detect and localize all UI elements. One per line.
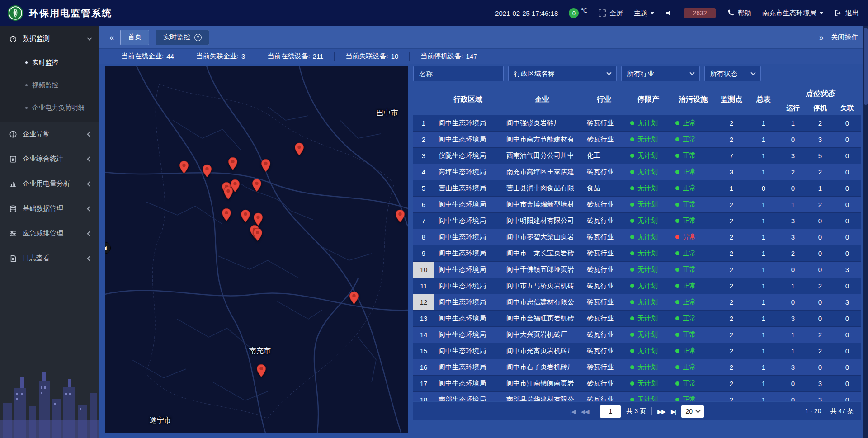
table-row[interactable]: 15 阆中生态环境局 阆中市光富页岩机砖厂 砖瓦行业 无计划 正常 2 1 1 bbox=[413, 343, 861, 359]
page-number-input[interactable] bbox=[600, 405, 621, 418]
table-row[interactable]: 9 阆中生态环境局 阆中市二龙长宝页岩砖 砖瓦行业 无计划 正常 2 1 2 bbox=[413, 245, 861, 261]
chevron-down-icon bbox=[695, 408, 700, 413]
row-number: 11 bbox=[413, 278, 434, 294]
sidebar-item-emergency-reduction[interactable]: 应急减排管理 bbox=[0, 221, 99, 246]
document-icon bbox=[9, 254, 17, 263]
last-page-icon[interactable]: ▶| bbox=[671, 408, 676, 415]
map-pin[interactable] bbox=[253, 212, 263, 226]
stat-value: 10 bbox=[391, 52, 399, 60]
sidebar-item-power-analysis[interactable]: 企业用电量分析 bbox=[0, 171, 99, 196]
chevron-left-icon bbox=[87, 256, 92, 261]
table-row[interactable]: 14 阆中生态环境局 阆中大兴页岩机砖厂 砖瓦行业 无计划 正常 2 1 1 bbox=[413, 326, 861, 343]
map-pin[interactable] bbox=[261, 159, 271, 172]
cell-stopped: 2 bbox=[807, 196, 834, 212]
bullet-icon bbox=[25, 107, 28, 109]
first-page-icon[interactable]: |◀ bbox=[570, 408, 575, 415]
sidebar-item-power-load-detail[interactable]: 企业电力负荷明细 bbox=[0, 96, 99, 119]
region-filter-select[interactable]: 行政区域名称 bbox=[508, 66, 617, 81]
cell-running: 0 bbox=[779, 131, 807, 147]
tab-realtime-monitor[interactable]: 实时监控 × bbox=[156, 30, 209, 45]
table-row[interactable]: 4 高坪生态环境局 南充市高坪区王家店建 砖瓦行业 无计划 正常 3 1 2 bbox=[413, 164, 861, 180]
cell-region: 阆中生态环境局 bbox=[434, 261, 502, 278]
row-number: 1 bbox=[413, 115, 434, 131]
name-filter-input[interactable] bbox=[413, 66, 504, 81]
map-pin[interactable] bbox=[228, 157, 238, 170]
map-pin[interactable] bbox=[252, 179, 262, 192]
cell-meters: 1 bbox=[748, 147, 779, 164]
table-row[interactable]: 18 南部生态环境局 南部县瑞华建材有限公 砖瓦行业 无计划 正常 2 1 0 bbox=[413, 391, 861, 401]
status-dot bbox=[675, 219, 679, 223]
map-pin[interactable] bbox=[223, 186, 233, 200]
cell-industry: 食品 bbox=[582, 180, 626, 196]
scrollbar-thumb[interactable] bbox=[864, 28, 868, 105]
sidebar-item-data-monitor[interactable]: 数据监测 bbox=[0, 26, 99, 51]
table-row[interactable]: 6 阆中生态环境局 阆中市金博瑞新型墙材 砖瓦行业 无计划 正常 2 1 1 bbox=[413, 196, 861, 212]
industry-filter-select[interactable]: 所有行业 bbox=[621, 66, 700, 81]
page-size-select[interactable]: 20 bbox=[681, 405, 704, 418]
stat-item: 当前停机设备: 147 bbox=[409, 52, 488, 61]
table-row[interactable]: 16 阆中生态环境局 阆中市石子页岩机砖厂 砖瓦行业 无计划 正常 2 1 3 bbox=[413, 359, 861, 375]
logout-button[interactable]: 退出 bbox=[834, 9, 859, 18]
next-page-icon[interactable]: ▶▶ bbox=[657, 408, 665, 415]
sidebar-item-log-view[interactable]: 日志查看 bbox=[0, 246, 99, 271]
sidebar-item-enterprise-statistics[interactable]: 企业综合统计 bbox=[0, 146, 99, 171]
table-row[interactable]: 8 阆中生态环境局 阆中市枣碧大梁山页岩 砖瓦行业 无计划 异常 2 1 3 bbox=[413, 229, 861, 245]
cell-meters: 1 bbox=[748, 261, 779, 278]
table-row[interactable]: 10 阆中生态环境局 阆中千佛镇五郎垭页岩 砖瓦行业 无计划 正常 2 1 0 bbox=[413, 261, 861, 278]
cell-industry: 砖瓦行业 bbox=[582, 359, 626, 375]
status-filter-select[interactable]: 所有状态 bbox=[704, 66, 761, 81]
table-row[interactable]: 1 阆中生态环境局 阆中强锐页岩砖厂 砖瓦行业 无计划 正常 2 1 1 2 bbox=[413, 115, 861, 131]
divider bbox=[594, 407, 594, 415]
status-dot bbox=[630, 170, 634, 174]
cell-limit-status: 无计划 bbox=[626, 229, 671, 245]
sidebar-item-video-monitor[interactable]: 视频监控 bbox=[0, 74, 99, 96]
cell-region: 阆中生态环境局 bbox=[434, 229, 502, 245]
sidebar-item-realtime-monitor[interactable]: 实时监控 bbox=[0, 51, 99, 74]
map-pin[interactable] bbox=[241, 209, 250, 223]
sidebar-item-base-data[interactable]: 基础数据管理 bbox=[0, 196, 99, 221]
cell-meters: 1 bbox=[748, 115, 779, 131]
sidebar-item-enterprise-abnormal[interactable]: 企业异常 bbox=[0, 122, 99, 146]
tab-close-icon[interactable]: × bbox=[194, 34, 202, 41]
table-row[interactable]: 5 营山生态环境局 营山县润丰肉食品有限 食品 无计划 正常 1 0 0 1 bbox=[413, 180, 861, 196]
cell-company: 阆中强锐页岩砖厂 bbox=[502, 115, 582, 131]
tabs-scroll-left-icon[interactable]: « bbox=[109, 33, 114, 42]
table-row[interactable]: 13 阆中生态环境局 阆中市金福旺页岩机砖 砖瓦行业 无计划 正常 2 1 3 bbox=[413, 310, 861, 326]
table-row[interactable]: 11 阆中生态环境局 阆中市五马桥页岩机砖 砖瓦行业 无计划 正常 2 1 1 bbox=[413, 278, 861, 294]
table-row[interactable]: 7 阆中生态环境局 阆中明阳建材有限公司 砖瓦行业 无计划 正常 2 1 3 bbox=[413, 212, 861, 229]
map-pin[interactable] bbox=[395, 209, 405, 223]
map-pin[interactable] bbox=[294, 142, 304, 156]
help-button[interactable]: 帮助 bbox=[726, 9, 751, 18]
map-pin[interactable] bbox=[253, 228, 263, 241]
cell-stopped: 0 bbox=[807, 310, 834, 326]
alarm-sound-button[interactable] bbox=[665, 9, 673, 17]
row-number: 18 bbox=[413, 391, 434, 401]
cell-company: 阆中市石子页岩机砖厂 bbox=[502, 359, 582, 375]
table-row[interactable]: 12 阆中生态环境局 阆中市忠信建材有限公 砖瓦行业 无计划 正常 2 1 0 bbox=[413, 294, 861, 310]
status-dot bbox=[630, 203, 634, 207]
map-pin[interactable] bbox=[256, 364, 266, 377]
theme-dropdown[interactable]: 主题 bbox=[634, 9, 654, 18]
alarm-count-badge[interactable]: 2632 bbox=[684, 8, 716, 18]
chevron-left-icon bbox=[87, 231, 92, 236]
map-pin[interactable] bbox=[349, 291, 359, 305]
table-row[interactable]: 2 阆中生态环境局 阆中市南方节能建材有 砖瓦行业 无计划 正常 2 1 0 bbox=[413, 131, 861, 147]
cell-points: 2 bbox=[715, 375, 748, 391]
fullscreen-button[interactable]: 全屏 bbox=[598, 9, 623, 18]
map-pin[interactable] bbox=[179, 160, 189, 174]
cell-lost: 0 bbox=[834, 115, 861, 131]
tab-home[interactable]: 首页 bbox=[120, 30, 149, 45]
organization-dropdown[interactable]: 南充市生态环境局 bbox=[762, 9, 823, 18]
tabs-scroll-right-icon[interactable]: » bbox=[819, 33, 824, 42]
table-row[interactable]: 17 阆中生态环境局 阆中市江南镇阆南页岩 砖瓦行业 无计划 正常 2 1 0 bbox=[413, 375, 861, 391]
table-row[interactable]: 3 仪陇生态环境局 西南油气田分公司川中 化工 无计划 正常 7 1 3 5 bbox=[413, 147, 861, 164]
map[interactable]: 巴中市 南充市 遂宁市 bbox=[105, 66, 408, 433]
chevron-down-icon bbox=[820, 12, 823, 16]
prev-page-icon[interactable]: ◀◀ bbox=[580, 408, 589, 415]
stats-bar: 当前在线企业: 44 当前失联企业: 3 当前在线设备: 211 当前失联设备:… bbox=[99, 49, 868, 64]
status-dot bbox=[675, 186, 679, 190]
status-dot bbox=[675, 398, 679, 401]
map-pin[interactable] bbox=[222, 208, 231, 221]
close-operations-button[interactable]: 关闭操作 bbox=[831, 33, 858, 42]
map-pin[interactable] bbox=[202, 164, 212, 178]
